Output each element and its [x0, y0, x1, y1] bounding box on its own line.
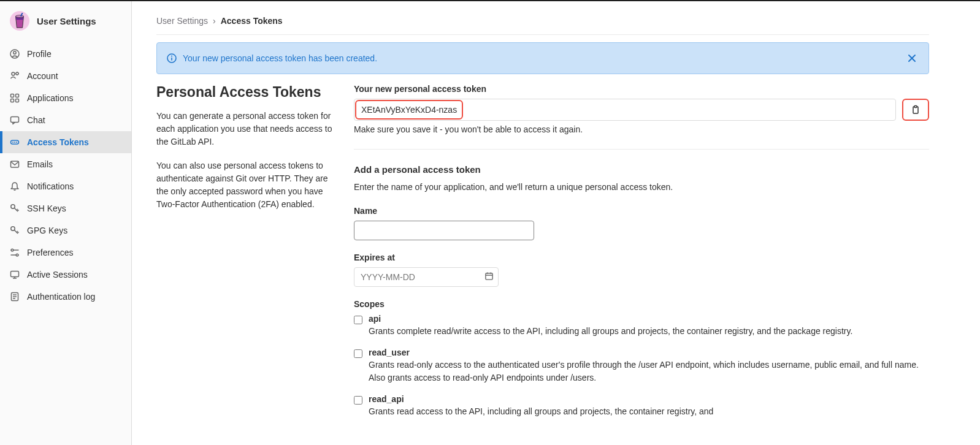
svg-point-12 [12, 142, 13, 143]
expires-input[interactable] [354, 267, 499, 287]
applications-icon [10, 93, 20, 103]
name-input[interactable] [354, 221, 534, 240]
svg-rect-7 [16, 94, 19, 97]
add-token-desc: Enter the name of your application, and … [354, 181, 929, 194]
breadcrumb: User Settings › Access Tokens [156, 11, 929, 35]
sidebar-item-label: Account [27, 71, 58, 81]
profile-icon [10, 49, 20, 59]
close-icon [908, 54, 916, 63]
svg-point-21 [16, 254, 18, 256]
clipboard-icon [911, 105, 921, 115]
new-token-value: XEtAnVyBxYeKxD4-nzas [355, 100, 463, 120]
alert-text: Your new personal access token has been … [183, 53, 899, 63]
svg-point-14 [16, 142, 17, 143]
svg-point-4 [12, 72, 15, 75]
prefs-icon [10, 248, 20, 257]
svg-point-17 [11, 227, 15, 230]
avatar [10, 11, 29, 31]
sidebar-item-label: Preferences [27, 248, 73, 257]
svg-point-0 [16, 15, 24, 18]
scopes-list: apiGrants complete read/write access to … [354, 314, 929, 418]
main-content: User Settings › Access Tokens Your new p… [132, 1, 954, 445]
svg-rect-37 [914, 106, 917, 108]
sidebar-title: User Settings [37, 16, 96, 26]
sidebar-item-account[interactable]: Account [0, 65, 131, 87]
chat-icon [10, 115, 20, 125]
copy-token-button[interactable] [902, 99, 929, 121]
scope-name: api [369, 314, 929, 324]
log-icon [10, 292, 20, 302]
svg-rect-24 [11, 272, 19, 277]
svg-point-3 [13, 51, 16, 54]
scopes-label: Scopes [354, 299, 929, 309]
scope-name: read_user [369, 348, 929, 357]
sidebar-item-ssh-keys[interactable]: SSH Keys [0, 197, 131, 219]
sidebar-item-label: Emails [27, 159, 53, 169]
sidebar-item-label: Applications [27, 93, 74, 103]
sidebar-item-label: SSH Keys [27, 203, 66, 213]
sidebar-item-label: Profile [27, 49, 52, 59]
add-token-heading: Add a personal access token [354, 164, 929, 175]
form-column: Your new personal access token XEtAnVyBx… [354, 84, 929, 428]
scope-checkbox-read_api[interactable] [354, 396, 362, 405]
scope-checkbox-api[interactable] [354, 316, 362, 324]
page-desc-1: You can generate a personal access token… [156, 110, 334, 148]
sidebar-item-notifications[interactable]: Notifications [0, 175, 131, 197]
new-token-field[interactable]: XEtAnVyBxYeKxD4-nzas [354, 99, 896, 121]
sidebar-item-label: Notifications [27, 181, 74, 191]
account-icon [10, 71, 20, 81]
sidebar-item-applications[interactable]: Applications [0, 87, 131, 109]
description-column: Personal Access Tokens You can generate … [156, 84, 334, 428]
expires-label: Expires at [354, 253, 929, 262]
nav-list: ProfileAccountApplicationsChatAccess Tok… [0, 43, 131, 308]
alert-success: Your new personal access token has been … [156, 42, 929, 74]
email-icon [10, 159, 20, 169]
sidebar-item-label: Access Tokens [27, 137, 89, 147]
sidebar-item-authentication-log[interactable]: Authentication log [0, 286, 131, 308]
sidebar-item-profile[interactable]: Profile [0, 43, 131, 65]
svg-point-16 [11, 205, 15, 208]
token-icon [10, 137, 20, 147]
sessions-icon [10, 270, 20, 280]
sidebar-item-access-tokens[interactable]: Access Tokens [0, 131, 131, 153]
sidebar-item-label: GPG Keys [27, 226, 67, 235]
scope-checkbox-read_user[interactable] [354, 349, 362, 358]
divider [354, 149, 929, 150]
svg-rect-8 [11, 99, 14, 102]
key-icon [10, 203, 20, 213]
name-label: Name [354, 206, 929, 216]
sidebar-item-preferences[interactable]: Preferences [0, 242, 131, 264]
info-icon [167, 53, 177, 63]
token-save-hint: Make sure you save it - you won't be abl… [354, 124, 929, 134]
sidebar-item-chat[interactable]: Chat [0, 109, 131, 131]
scope-name: read_api [369, 394, 929, 404]
svg-rect-33 [171, 58, 172, 61]
breadcrumb-separator: › [213, 16, 216, 26]
bell-icon [10, 181, 20, 191]
scope-item-read_user: read_userGrants read-only access to the … [354, 348, 929, 384]
svg-rect-6 [11, 94, 14, 97]
sidebar-item-emails[interactable]: Emails [0, 153, 131, 175]
sidebar-header: User Settings [0, 6, 131, 38]
svg-point-18 [11, 249, 13, 251]
sidebar-item-active-sessions[interactable]: Active Sessions [0, 264, 131, 286]
avatar-cup-icon [13, 13, 26, 29]
breadcrumb-parent[interactable]: User Settings [156, 16, 208, 26]
sidebar-item-label: Chat [27, 115, 45, 125]
sidebar: User Settings ProfileAccountApplications… [0, 1, 132, 445]
key-icon [10, 226, 20, 235]
page-desc-2: You can also use personal access tokens … [156, 159, 334, 211]
svg-rect-10 [11, 117, 19, 123]
scope-item-api: apiGrants complete read/write access to … [354, 314, 929, 338]
page-title: Personal Access Tokens [156, 84, 334, 101]
scope-desc: Grants complete read/write access to the… [369, 325, 929, 338]
svg-point-13 [14, 142, 15, 143]
svg-rect-9 [16, 99, 19, 102]
sidebar-item-label: Authentication log [27, 292, 95, 302]
alert-close-button[interactable] [905, 51, 919, 65]
svg-point-32 [171, 56, 172, 57]
sidebar-item-gpg-keys[interactable]: GPG Keys [0, 219, 131, 242]
new-token-label: Your new personal access token [354, 84, 929, 94]
scope-desc: Grants read access to the API, including… [369, 405, 929, 418]
scope-desc: Grants read-only access to the authentic… [369, 359, 929, 384]
